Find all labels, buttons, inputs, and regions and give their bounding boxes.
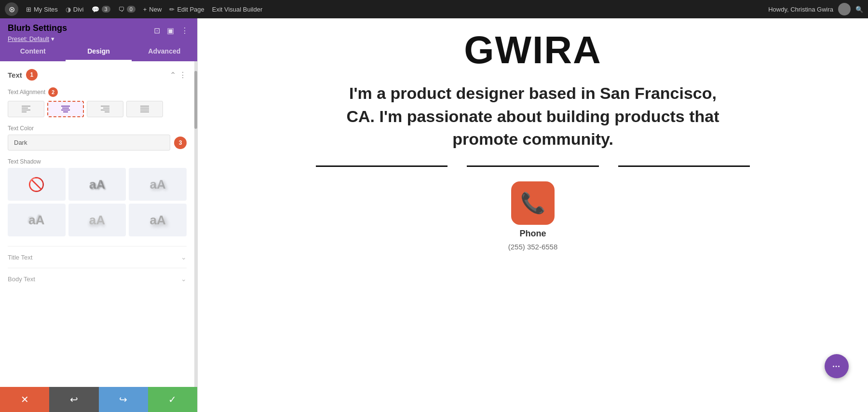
fab-icon: ••• <box>833 364 841 369</box>
divider-1 <box>316 165 448 167</box>
align-left-btn[interactable] <box>8 101 44 117</box>
svg-rect-10 <box>101 110 109 110</box>
text-color-select-wrap: Dark Default Light 3 <box>8 135 187 151</box>
exit-visual-builder-label: Exit Visual Builder <box>212 6 263 13</box>
align-right-btn[interactable] <box>87 101 123 117</box>
new-menu[interactable]: + New <box>143 6 162 13</box>
svg-rect-7 <box>63 111 68 112</box>
shadow-1-btn[interactable]: aA <box>68 168 126 201</box>
sidebar-preset[interactable]: Preset: Default ▾ <box>8 35 67 42</box>
title-text-accordion-header[interactable]: Title Text ⌄ <box>8 253 187 261</box>
shadow-4-preview: aA <box>89 213 105 228</box>
svg-rect-0 <box>22 106 30 107</box>
sidebar-scrollbar[interactable] <box>194 61 197 387</box>
edit-page-btn[interactable]: ✏ Edit Page <box>169 6 204 13</box>
svg-rect-8 <box>101 106 109 107</box>
divider-3 <box>618 165 750 167</box>
shadow-2-preview: aA <box>150 177 166 192</box>
text-alignment-label: Text Alignment 2 <box>8 87 187 97</box>
svg-rect-4 <box>61 106 70 107</box>
svg-rect-6 <box>61 110 70 110</box>
shadow-2-btn[interactable]: aA <box>129 168 187 201</box>
body-text-chevron-icon: ⌄ <box>181 275 187 283</box>
sidebar-header-actions: ⊡ ▣ ⋮ <box>153 25 190 36</box>
text-badge-1: 1 <box>26 69 38 81</box>
search-icon[interactable]: 🔍 <box>855 6 863 13</box>
align-center-btn[interactable] <box>47 101 84 117</box>
svg-rect-2 <box>22 110 30 110</box>
color-badge-3: 3 <box>174 137 187 149</box>
shadow-grid: 🚫 aA aA aA aA <box>8 168 187 236</box>
sidebar-scrollbar-thumb <box>194 71 197 129</box>
save-icon: ✓ <box>168 394 176 405</box>
text-shadow-label: Text Shadow <box>8 158 187 165</box>
shadow-4-btn[interactable]: aA <box>68 204 126 236</box>
svg-rect-3 <box>22 111 27 112</box>
divi-label: Divi <box>73 6 84 13</box>
align-justify-btn[interactable] <box>126 101 163 117</box>
tagline: I'm a product designer based in San Fran… <box>345 82 721 151</box>
my-sites-label: My Sites <box>34 6 58 13</box>
plus-icon: + <box>143 6 147 13</box>
tab-advanced[interactable]: Advanced <box>132 42 197 61</box>
comments-count: 3 <box>102 6 110 13</box>
site-title: GWIRA <box>464 28 602 72</box>
shadow-3-btn[interactable]: aA <box>8 204 66 236</box>
new-comment-menu[interactable]: 🗨 0 <box>118 6 136 13</box>
user-greeting: Howdy, Christina Gwira <box>768 6 833 13</box>
divi-icon: ◑ <box>66 6 71 13</box>
my-sites-menu[interactable]: ⊞ My Sites <box>26 6 58 13</box>
more-options-icon[interactable]: ⋮ <box>180 25 190 36</box>
text-section-actions: ⌃ ⋮ <box>170 70 187 80</box>
my-sites-icon: ⊞ <box>26 6 31 13</box>
title-text-chevron-icon: ⌄ <box>181 253 187 261</box>
shadow-1-preview: aA <box>89 177 105 192</box>
undo-button[interactable]: ↩ <box>49 387 98 412</box>
layout-icon[interactable]: ▣ <box>166 25 175 36</box>
main-content: GWIRA I'm a product designer based in Sa… <box>198 18 868 412</box>
svg-rect-11 <box>105 111 109 112</box>
cancel-icon: ✕ <box>21 394 29 405</box>
sidebar-title: Blurb Settings <box>8 23 67 33</box>
body-text-label: Body Text <box>8 275 35 283</box>
sidebar-header: Blurb Settings Preset: Default ▾ ⊡ ▣ ⋮ <box>0 18 197 42</box>
admin-bar-right: Howdy, Christina Gwira 🔍 <box>768 3 863 15</box>
body-text-accordion-header[interactable]: Body Text ⌄ <box>8 275 187 283</box>
phone-label: Phone <box>519 229 546 239</box>
tab-design[interactable]: Design <box>66 42 131 61</box>
svg-rect-15 <box>140 111 149 112</box>
section-more-icon[interactable]: ⋮ <box>179 70 187 80</box>
sidebar-panel: Blurb Settings Preset: Default ▾ ⊡ ▣ ⋮ C… <box>0 18 198 412</box>
text-color-select[interactable]: Dark Default Light <box>8 135 170 151</box>
svg-rect-1 <box>22 108 28 109</box>
comments-menu[interactable]: 💬 3 <box>92 6 110 13</box>
save-button[interactable]: ✓ <box>148 387 197 412</box>
shadow-5-btn[interactable]: aA <box>129 204 187 236</box>
divi-menu[interactable]: ◑ Divi <box>66 6 84 13</box>
no-shadow-icon: 🚫 <box>28 177 45 192</box>
svg-rect-5 <box>62 108 69 109</box>
sidebar-preset-label: Preset: Default <box>8 35 49 42</box>
redo-button[interactable]: ↪ <box>99 387 148 412</box>
new-comment-icon: 🗨 <box>118 6 124 13</box>
fab-button[interactable]: ••• <box>825 354 849 378</box>
exit-visual-builder-btn[interactable]: Exit Visual Builder <box>212 6 263 13</box>
undo-icon: ↩ <box>70 394 78 405</box>
title-text-accordion: Title Text ⌄ <box>8 246 187 268</box>
cancel-button[interactable]: ✕ <box>0 387 49 412</box>
tab-content[interactable]: Content <box>0 42 66 61</box>
wordpress-logo-icon[interactable]: ⊛ <box>5 2 18 16</box>
body-text-accordion: Body Text ⌄ <box>8 268 187 289</box>
sidebar-content: Text 1 ⌃ ⋮ Text Alignment 2 <box>0 61 194 387</box>
text-section-title: Text <box>8 71 22 79</box>
shadow-3-preview: aA <box>28 213 44 228</box>
phone-icon: 📞 <box>520 191 545 215</box>
sidebar-header-info: Blurb Settings Preset: Default ▾ <box>8 23 67 42</box>
text-section-title-wrap: Text 1 <box>8 69 38 81</box>
text-color-label: Text Color <box>8 125 187 132</box>
collapse-icon[interactable]: ⌃ <box>170 70 176 80</box>
svg-rect-9 <box>103 108 109 109</box>
responsive-icon[interactable]: ⊡ <box>153 25 161 36</box>
alignment-options <box>8 101 187 117</box>
shadow-none-btn[interactable]: 🚫 <box>8 168 66 201</box>
